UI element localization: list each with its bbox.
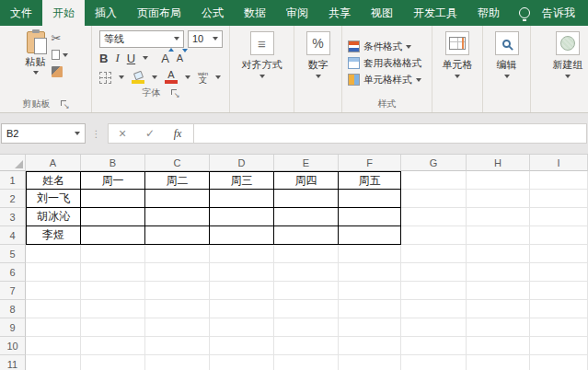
cell-H3[interactable] <box>467 208 530 226</box>
cells-button[interactable]: 单元格 <box>432 26 482 112</box>
cell-C10[interactable] <box>145 337 210 355</box>
insert-function-button[interactable]: fx <box>164 127 191 141</box>
cell-A6[interactable] <box>26 263 81 282</box>
cell-H4[interactable] <box>467 226 530 245</box>
cell-I4[interactable] <box>530 226 588 245</box>
cell-F5[interactable] <box>339 245 401 263</box>
cell-E11[interactable] <box>274 355 339 370</box>
italic-button[interactable]: I <box>115 51 119 65</box>
cell-C8[interactable] <box>145 300 210 318</box>
formula-bar-splitter[interactable]: ⋮ <box>86 129 108 139</box>
font-color-dropdown-icon[interactable] <box>185 75 190 79</box>
cell-A2[interactable]: 刘一飞 <box>26 190 81 208</box>
borders-icon[interactable] <box>99 72 111 84</box>
cell-D2[interactable] <box>210 190 274 208</box>
cell-B1[interactable]: 周一 <box>81 171 145 190</box>
column-header-F[interactable]: F <box>339 155 401 171</box>
tab-公式[interactable]: 公式 <box>191 0 234 26</box>
cell-I7[interactable] <box>530 282 588 300</box>
cell-E1[interactable]: 周四 <box>274 171 339 190</box>
cell-B10[interactable] <box>81 337 145 355</box>
cell-styles-button[interactable]: 单元格样式 <box>348 74 421 87</box>
cell-H9[interactable] <box>467 318 530 337</box>
row-header-2[interactable]: 2 <box>0 190 26 208</box>
cell-F6[interactable] <box>339 263 401 282</box>
cell-F2[interactable] <box>339 190 401 208</box>
cell-C11[interactable] <box>145 355 210 370</box>
cell-F10[interactable] <box>339 337 401 355</box>
cell-F11[interactable] <box>339 355 401 370</box>
cell-E10[interactable] <box>274 337 339 355</box>
column-header-I[interactable]: I <box>530 155 588 171</box>
cell-E2[interactable] <box>274 190 339 208</box>
phonetic-dropdown-icon[interactable] <box>215 75 221 79</box>
cell-G9[interactable] <box>401 318 467 337</box>
cell-F7[interactable] <box>339 282 401 300</box>
row-header-10[interactable]: 10 <box>0 337 26 355</box>
tab-文件[interactable]: 文件 <box>0 0 42 26</box>
cell-H2[interactable] <box>467 190 530 208</box>
cell-B7[interactable] <box>81 282 145 300</box>
cell-H11[interactable] <box>467 355 530 370</box>
conditional-formatting-button[interactable]: 条件格式 <box>348 40 411 53</box>
cell-A8[interactable] <box>26 300 81 318</box>
cell-E9[interactable] <box>274 318 339 337</box>
cell-F9[interactable] <box>339 318 401 337</box>
cell-F8[interactable] <box>339 300 401 318</box>
cell-E8[interactable] <box>274 300 339 318</box>
underline-button[interactable]: U <box>127 52 135 65</box>
column-header-C[interactable]: C <box>145 155 210 171</box>
cell-D8[interactable] <box>210 300 274 318</box>
underline-dropdown-icon[interactable] <box>143 56 148 60</box>
number-button[interactable]: % 数字 <box>294 26 341 112</box>
tab-页面布局[interactable]: 页面布局 <box>127 0 191 26</box>
cell-D7[interactable] <box>210 282 274 300</box>
cell-G11[interactable] <box>401 355 467 370</box>
cell-E5[interactable] <box>274 245 339 263</box>
cell-A11[interactable] <box>26 355 81 370</box>
row-header-1[interactable]: 1 <box>0 171 26 190</box>
cell-B9[interactable] <box>81 318 145 337</box>
new-group-button[interactable]: 新建组 <box>531 26 588 112</box>
cell-B3[interactable] <box>81 208 145 226</box>
cell-C2[interactable] <box>145 190 210 208</box>
cut-button[interactable]: ✂ <box>52 31 68 45</box>
cell-A1[interactable]: 姓名 <box>26 171 81 190</box>
row-header-8[interactable]: 8 <box>0 300 26 318</box>
grow-font-button[interactable]: A <box>161 52 169 65</box>
column-header-E[interactable]: E <box>274 155 339 171</box>
tab-数据[interactable]: 数据 <box>234 0 276 26</box>
column-header-A[interactable]: A <box>26 155 81 171</box>
tab-共享[interactable]: 共享 <box>318 0 361 26</box>
clipboard-dialog-launcher-icon[interactable] <box>60 99 69 109</box>
cell-I2[interactable] <box>530 190 588 208</box>
cell-A7[interactable] <box>26 282 81 300</box>
cell-F1[interactable]: 周五 <box>339 171 401 190</box>
cell-A5[interactable] <box>26 245 81 263</box>
cell-I3[interactable] <box>530 208 588 226</box>
cell-G4[interactable] <box>401 226 467 245</box>
tab-插入[interactable]: 插入 <box>85 0 127 26</box>
cell-G1[interactable] <box>401 171 467 190</box>
cell-C7[interactable] <box>145 282 210 300</box>
tab-帮助[interactable]: 帮助 <box>467 0 510 26</box>
row-header-3[interactable]: 3 <box>0 208 26 226</box>
borders-dropdown-icon[interactable] <box>119 75 124 79</box>
cell-D5[interactable] <box>210 245 274 263</box>
font-dialog-launcher-icon[interactable] <box>170 88 179 98</box>
cell-C3[interactable] <box>145 208 210 226</box>
font-name-combo[interactable]: 等线 <box>99 30 184 48</box>
format-painter-button[interactable] <box>52 64 68 78</box>
cell-C6[interactable] <box>145 263 210 282</box>
cell-B5[interactable] <box>81 245 145 263</box>
cell-C4[interactable] <box>145 226 210 245</box>
cell-D9[interactable] <box>210 318 274 337</box>
fill-color-button[interactable] <box>132 72 144 84</box>
tab-审阅[interactable]: 审阅 <box>276 0 318 26</box>
cell-D1[interactable]: 周三 <box>210 171 274 190</box>
paste-button[interactable]: 粘贴 <box>26 29 46 75</box>
tab-开发工具[interactable]: 开发工具 <box>403 0 467 26</box>
cell-H7[interactable] <box>467 282 530 300</box>
tab-视图[interactable]: 视图 <box>361 0 403 26</box>
format-as-table-button[interactable]: 套用表格格式 <box>348 57 421 70</box>
